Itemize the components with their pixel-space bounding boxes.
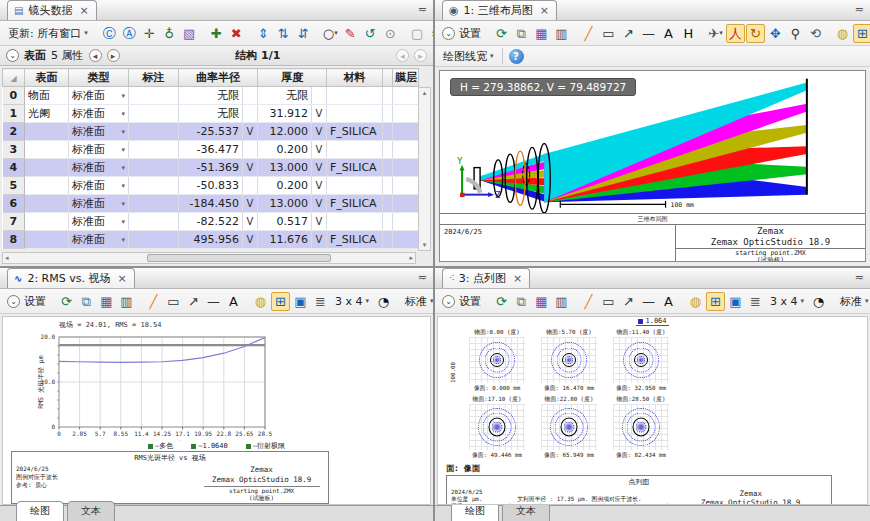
text-tool-icon[interactable]: A: [224, 292, 243, 311]
settings-button[interactable]: ⌄设置: [4, 294, 49, 309]
scroll-left-icon[interactable]: ◂: [5, 254, 9, 262]
lock-icon[interactable]: ◍: [251, 292, 270, 311]
draw-dash-icon[interactable]: —: [639, 292, 658, 311]
settings-button[interactable]: ⌄设置: [439, 294, 484, 309]
draw-arrow-icon[interactable]: ↗: [184, 292, 203, 311]
delete-surface-icon[interactable]: ✖: [227, 24, 246, 43]
table-row[interactable]: 0物面标准面▾无限无限: [3, 87, 419, 105]
edit-pencil-icon[interactable]: ✎: [341, 24, 360, 43]
clone-window-icon[interactable]: ▣: [291, 292, 310, 311]
grid-layout-dropdown[interactable]: 3 x 4▾: [766, 294, 808, 309]
table-row[interactable]: 7标准面▾-82.522V0.517V: [3, 213, 419, 231]
rotate-view-icon[interactable]: ↻: [746, 24, 765, 43]
copy-icon[interactable]: ⧉: [512, 292, 531, 311]
aircraft-view-icon[interactable]: ✈▾: [706, 24, 725, 43]
horizontal-scrollbar[interactable]: ◂ ▸: [2, 252, 416, 264]
next-property-button[interactable]: ▸: [107, 49, 120, 62]
close-icon[interactable]: ×: [513, 272, 522, 285]
bottom-tab-graph[interactable]: 绘图: [16, 501, 64, 521]
table-row[interactable]: 2标准面▾-25.537V12.000VF_SILICA: [3, 123, 419, 141]
table-row[interactable]: 4标准面▾-51.369V13.000VF_SILICA: [3, 159, 419, 177]
standard-dropdown[interactable]: 标准▾: [836, 293, 870, 310]
surface-properties-icon[interactable]: ▧: [180, 24, 199, 43]
clone-window-icon[interactable]: ▣: [726, 292, 745, 311]
close-icon[interactable]: ×: [79, 4, 88, 17]
insert-before-icon[interactable]: ⇕: [254, 24, 273, 43]
spot-diagram-area[interactable]: 1.064 100.00 物面:0.00 (度)像面: 0.000 mm物面:5…: [437, 316, 868, 505]
window-menu-icon[interactable]: ≂: [418, 3, 427, 16]
col-coating[interactable]: 膜层: [393, 69, 419, 87]
linewidth-dropdown[interactable]: 绘图线宽▾: [439, 48, 498, 65]
crosshair-icon[interactable]: ✛: [140, 24, 159, 43]
col-material[interactable]: 材料: [327, 69, 383, 87]
tab-spot-diagram[interactable]: ⁖ 3: 点列图 ×: [442, 268, 530, 288]
update-icon[interactable]: Ⓒ: [100, 24, 119, 43]
draw-rect-icon[interactable]: ▭: [164, 292, 183, 311]
reverse-icon[interactable]: ⇵: [294, 24, 313, 43]
draw-arrow-icon[interactable]: ↗: [619, 24, 638, 43]
tile-window-icon[interactable]: ⊞: [271, 292, 290, 311]
globe-icon[interactable]: ♁: [160, 24, 179, 43]
draw-dash-icon[interactable]: —: [204, 292, 223, 311]
tile-window-icon[interactable]: ⊞: [706, 292, 725, 311]
grid-layout-dropdown[interactable]: 3 x 4▾: [331, 294, 373, 309]
corner-cell[interactable]: ◢: [3, 69, 25, 87]
col-surface[interactable]: 表面: [25, 69, 69, 87]
aperture-icon[interactable]: ○▾: [321, 24, 340, 43]
col-thickness[interactable]: 厚度: [258, 69, 327, 87]
table-row[interactable]: 3标准面▾-36.4770.200V: [3, 141, 419, 159]
draw-line-icon[interactable]: ╱: [579, 292, 598, 311]
window-menu-icon[interactable]: ≂: [855, 3, 864, 16]
close-icon[interactable]: ×: [117, 272, 126, 285]
scroll-down-icon[interactable]: ▾: [423, 241, 427, 249]
update-all-icon[interactable]: Ⓐ: [120, 24, 139, 43]
help-icon[interactable]: ?: [509, 49, 524, 64]
table-row[interactable]: 5标准面▾-50.8330.200V: [3, 177, 419, 195]
tab-rms-field[interactable]: ∿ 2: RMS vs. 视场 ×: [7, 268, 135, 288]
refresh-icon[interactable]: ⟳: [492, 292, 511, 311]
draw-rect-icon[interactable]: ▭: [599, 292, 618, 311]
draw-line-icon[interactable]: ╱: [144, 292, 163, 311]
lock-icon[interactable]: ◍: [833, 24, 852, 43]
history-clock-icon[interactable]: ◔: [374, 292, 393, 311]
settings-button[interactable]: ⌄设置: [439, 26, 484, 41]
save-image-icon[interactable]: ▦: [532, 292, 551, 311]
rms-chart-area[interactable]: 视场 = 24.01, RMS = 18.54 02.855.78.5511.4…: [2, 316, 431, 505]
next-config-button[interactable]: ▸: [414, 49, 427, 62]
bottom-tab-text[interactable]: 文本: [67, 501, 115, 521]
toggle-icon[interactable]: ⊙: [381, 24, 400, 43]
scroll-right-icon[interactable]: ▸: [409, 254, 413, 262]
draw-dash-icon[interactable]: —: [639, 24, 658, 43]
layers-icon[interactable]: ≣: [311, 292, 330, 311]
pan-icon[interactable]: ✥: [766, 24, 785, 43]
layout-canvas[interactable]: H = 279.38862, V = 79.489727: [439, 70, 866, 262]
h-marker-icon[interactable]: H: [679, 24, 698, 43]
vertical-scrollbar[interactable]: ▴ ▾: [418, 87, 431, 251]
blank-box-icon[interactable]: ▢: [408, 24, 427, 43]
window-menu-icon[interactable]: ≂: [855, 271, 864, 284]
prev-config-button[interactable]: ◂: [396, 49, 409, 62]
zoom-glass-icon[interactable]: ⚲: [786, 24, 805, 43]
prev-property-button[interactable]: ◂: [89, 49, 102, 62]
update-dropdown[interactable]: 更新: 所有窗口▾: [4, 25, 92, 42]
lock-icon[interactable]: ◍: [686, 292, 705, 311]
tab-3d-layout[interactable]: ◉ 1: 三维布局图 ×: [442, 0, 557, 20]
insert-after-icon[interactable]: ⇅: [274, 24, 293, 43]
layers-icon[interactable]: ≣: [746, 292, 765, 311]
col-comment[interactable]: 标注: [129, 69, 179, 87]
table-row[interactable]: 1光阑标准面▾无限31.912V: [3, 105, 419, 123]
save-image-icon[interactable]: ▦: [532, 24, 551, 43]
tab-lens-data[interactable]: ▤ 镜头数据 ×: [7, 0, 97, 20]
print-icon[interactable]: ▥: [552, 24, 571, 43]
tile-window-icon[interactable]: ⊞: [853, 24, 870, 43]
standard-dropdown[interactable]: 标准▾: [401, 293, 435, 310]
save-image-icon[interactable]: ▦: [97, 292, 116, 311]
draw-line-icon[interactable]: ╱: [579, 24, 598, 43]
scrollbar-thumb[interactable]: [147, 254, 331, 262]
print-icon[interactable]: ▥: [552, 292, 571, 311]
bend-icon[interactable]: ↺: [361, 24, 380, 43]
history-clock-icon[interactable]: ◔: [809, 292, 828, 311]
close-icon[interactable]: ×: [540, 4, 549, 17]
table-row[interactable]: 6标准面▾-184.450V13.000VF_SILICA: [3, 195, 419, 213]
collapse-properties-button[interactable]: ⌄: [6, 49, 19, 62]
